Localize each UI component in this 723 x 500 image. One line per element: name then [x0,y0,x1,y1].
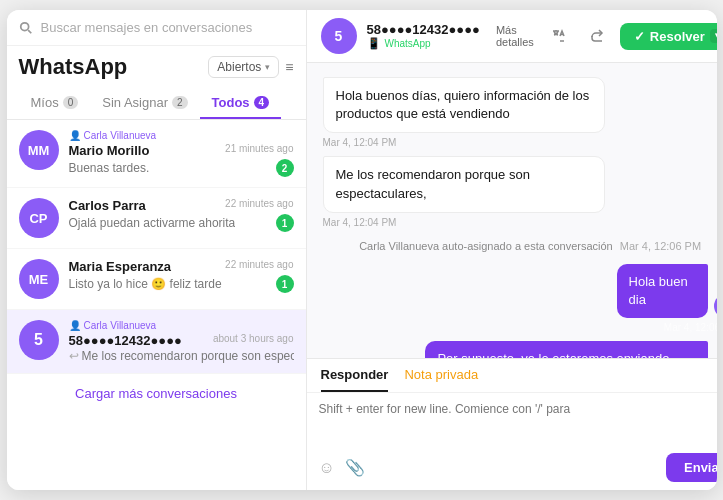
reply-icons: ☺ 📎 [319,458,365,477]
check-icon: ✓ [634,29,645,44]
system-message: Carla Villanueva auto-asignado a esta co… [323,236,717,256]
whatsapp-title: WhatsApp [19,54,128,80]
message-wrapper: Por supuesto, ya le estaremos enviando n… [323,341,717,358]
person-icon: 👤 [69,130,81,141]
conv-name: Maria Esperanza [69,259,172,274]
chevron-down-icon: ▾ [265,62,270,72]
load-more-button[interactable]: Cargar más conversaciones [7,374,306,413]
attachment-icon[interactable]: 📎 [345,458,365,477]
outgoing-row: Por supuesto, ya le estaremos enviando n… [323,341,717,358]
avatar: ME [19,259,59,299]
chat-info: 58●●●●12432●●●● 📱 WhatsApp [367,22,480,50]
tab-sin-asignar-label: Sin Asignar [102,95,168,110]
reply-area: Responder Nota privada ⤢ ☺ 📎 Enviar [307,358,717,490]
conv-top: Mario Morillo 21 minutes ago [69,143,294,158]
message-wrapper: Me los recomendaron porque son espectacu… [323,156,717,227]
chat-channel: 📱 WhatsApp [367,37,480,50]
unread-badge: 2 [276,159,294,177]
chevron-right-icon: ▾ [710,29,717,43]
conv-top: Carlos Parra 22 minutes ago [69,198,294,213]
translate-button[interactable] [544,21,574,51]
right-panel: 5 58●●●●12432●●●● 📱 WhatsApp Más detalle… [307,10,717,490]
conversation-item[interactable]: ME Maria Esperanza 22 minutes ago Listo … [7,249,306,310]
message-wrapper: Hola buen dia CV Mar 4, 12:06 PM [323,264,717,333]
search-icon [19,21,33,35]
conv-time: 22 minutes ago [225,198,293,209]
filter-label: Abiertos [217,60,261,74]
conv-top: 58●●●●12432●●●● about 3 hours ago [69,333,294,348]
unread-badge: 1 [276,214,294,232]
reply-tabs: Responder Nota privada ⤢ [307,359,717,393]
share-button[interactable] [582,21,612,51]
reply-input-area [307,393,717,449]
outgoing-row: Hola buen dia CV [604,264,717,318]
reply-icon: ↩ [69,349,79,363]
share-icon [589,28,605,44]
search-bar[interactable]: Buscar mensajes en conversaciones [7,10,306,46]
tab-sin-asignar[interactable]: Sin Asignar 2 [90,88,199,119]
tabs-row: Míos 0 Sin Asignar 2 Todos 4 [7,88,306,120]
avatar: CP [19,198,59,238]
person-icon: 👤 [69,320,81,331]
reply-tab-nota[interactable]: Nota privada [404,359,478,392]
left-panel: Buscar mensajes en conversaciones WhatsA… [7,10,307,490]
conversation-item[interactable]: CP Carlos Parra 22 minutes ago Ojalá pue… [7,188,306,249]
chat-header: 5 58●●●●12432●●●● 📱 WhatsApp Más detalle… [307,10,717,63]
conv-time: 21 minutes ago [225,143,293,154]
resolve-button[interactable]: ✓ Resolver ▾ [620,23,717,50]
conv-name: 58●●●●12432●●●● [69,333,182,348]
tab-mios[interactable]: Míos 0 [19,88,91,119]
filter-dropdown[interactable]: Abiertos ▾ [208,56,279,78]
resolve-label: Resolver [650,29,705,44]
conversation-item-active[interactable]: 5 👤 Carla Villanueva 58●●●●12432●●●● abo… [7,310,306,374]
more-details-link[interactable]: Más detalles [496,24,534,48]
tab-mios-label: Míos [31,95,59,110]
chat-avatar: 5 [321,18,357,54]
conv-name: Mario Morillo [69,143,150,158]
reply-tab-responder[interactable]: Responder [321,359,389,392]
tab-todos[interactable]: Todos 4 [200,88,282,119]
reply-tab-nota-label: Nota privada [404,367,478,382]
tab-sin-asignar-badge: 2 [172,96,188,109]
emoji-icon[interactable]: ☺ [319,459,335,477]
translate-icon [551,28,567,44]
conv-body: Carlos Parra 22 minutes ago Ojalá puedan… [69,198,294,232]
conv-preview: Buenas tardes. [69,161,150,175]
header-actions: ✓ Resolver ▾ [544,21,717,51]
conversations-list: MM 👤 Carla Villanueva Mario Morillo 21 m… [7,120,306,490]
svg-point-0 [20,22,28,30]
tab-mios-badge: 0 [63,96,79,109]
channel-name: WhatsApp [385,38,431,49]
avatar: 5 [19,320,59,360]
message-bubble: Por supuesto, ya le estaremos enviando n… [425,341,707,358]
message-time: Mar 4, 12:06 PM [664,322,717,333]
whatsapp-channel-icon: 📱 [367,37,381,50]
conv-time: about 3 hours ago [213,333,294,344]
conv-body: 👤 Carla Villanueva 58●●●●12432●●●● about… [69,320,294,363]
message-bubble: Me los recomendaron porque son espectacu… [323,156,605,212]
message-bubble: Hola buenos días, quiero información de … [323,77,605,133]
filter-icon[interactable]: ≡ [285,59,293,75]
assigned-name: Carla Villanueva [84,320,157,331]
sender-avatar: CV [714,294,717,318]
conv-body: Maria Esperanza 22 minutes ago Listo ya … [69,259,294,293]
conv-name: Carlos Parra [69,198,146,213]
reply-actions: ☺ 📎 Enviar [307,449,717,490]
svg-line-1 [28,30,31,33]
messages-area: Hola buenos días, quiero información de … [307,63,717,358]
reply-input[interactable] [319,401,717,441]
conv-preview: Ojalá puedan activarme ahorita [69,216,236,230]
message-time: Mar 4, 12:04 PM [323,137,397,148]
conv-preview: ↩ Me los recomendaron porque son espect [69,349,294,363]
whatsapp-header: WhatsApp Abiertos ▾ ≡ [7,46,306,88]
conv-body: 👤 Carla Villanueva Mario Morillo 21 minu… [69,130,294,177]
reply-tab-responder-label: Responder [321,367,389,382]
assigned-name: Carla Villanueva [84,130,157,141]
conversation-item[interactable]: MM 👤 Carla Villanueva Mario Morillo 21 m… [7,120,306,188]
tab-todos-label: Todos [212,95,250,110]
send-button[interactable]: Enviar [666,453,716,482]
filter-group: Abiertos ▾ ≡ [208,56,293,78]
app-container: Buscar mensajes en conversaciones WhatsA… [7,10,717,490]
conv-top: Maria Esperanza 22 minutes ago [69,259,294,274]
avatar: MM [19,130,59,170]
